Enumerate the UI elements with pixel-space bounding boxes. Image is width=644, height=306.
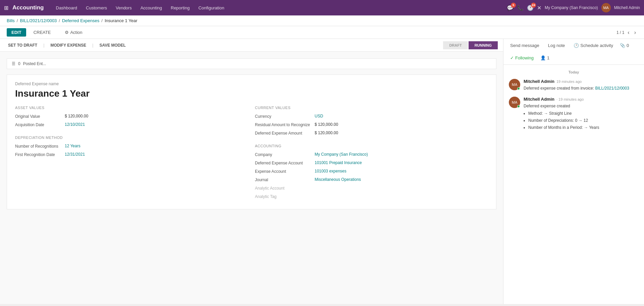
expense-account-value[interactable]: 101003 expenses xyxy=(315,169,346,173)
followers-count: 👤 1 xyxy=(540,55,549,60)
message-author-1: Mitchell Admin xyxy=(524,79,554,84)
list-item-months: Number of Months in a Period: → Years xyxy=(528,124,639,131)
analytic-tag-row: Analytic Tag xyxy=(255,194,488,199)
company-value[interactable]: My Company (San Francisco) xyxy=(315,152,368,157)
paperclip-icon: 📎 xyxy=(620,43,625,48)
breadcrumb-deferred-expenses[interactable]: Deferred Expenses xyxy=(62,18,99,23)
num-recognitions-value[interactable]: 12 Years xyxy=(65,144,80,148)
nav-configuration[interactable]: Configuration xyxy=(194,4,228,12)
online-indicator-2 xyxy=(517,105,520,108)
current-values-title: Current Values xyxy=(255,106,488,110)
avatar-1: MA xyxy=(509,79,520,90)
clock-badge: 24 xyxy=(531,3,536,8)
record-navigation: 1 / 1 ‹ › xyxy=(616,29,637,36)
nav-right: 💬 5 📞 🕐 24 ✕ My Company (San Francisco) … xyxy=(507,3,640,12)
nav-accounting[interactable]: Accounting xyxy=(137,4,166,12)
grid-icon[interactable]: ⊞ xyxy=(4,5,8,11)
main-area: SET TO DRAFT | MODIFY EXPENSE | SAVE MOD… xyxy=(0,39,644,304)
action-label: Action xyxy=(70,30,82,35)
create-button[interactable]: CREATE xyxy=(30,28,54,37)
left-panel: SET TO DRAFT | MODIFY EXPENSE | SAVE MOD… xyxy=(0,39,503,304)
online-indicator xyxy=(517,87,520,90)
schedule-activity-button[interactable]: 🕐 Schedule activity xyxy=(572,42,615,49)
stage-draft[interactable]: DRAFT xyxy=(443,41,468,49)
chatter-messages: Today MA Mitchell Admin 19 minutes ago D… xyxy=(503,65,644,304)
posted-entries-bar: ☰ 0 Posted Ent... xyxy=(7,58,496,69)
posted-count: 0 xyxy=(18,61,20,66)
message-item-2: MA Mitchell Admin · 19 minutes ago Defer… xyxy=(509,97,639,132)
avatar: MA xyxy=(601,3,611,12)
chat-badge: 5 xyxy=(511,3,516,8)
currency-value[interactable]: USD xyxy=(315,114,323,118)
stage-running[interactable]: RUNNING xyxy=(469,41,498,49)
residual-amount-row: Residual Amount to Recognize $ 120,000.0… xyxy=(255,122,488,127)
save-model-button[interactable]: SAVE MODEL xyxy=(97,42,128,49)
send-message-button[interactable]: Send message xyxy=(508,42,541,49)
date-divider: Today xyxy=(509,70,639,74)
message-time-1: 19 minutes ago xyxy=(556,80,582,84)
form-content: ☰ 0 Posted Ent... Deferred Expense name … xyxy=(0,52,503,216)
bill-link[interactable]: BILL/2021/12/0003 xyxy=(595,86,629,91)
deferred-expense-account-value[interactable]: 101001 Prepaid Insurance xyxy=(315,160,362,165)
attachments-count: 📎 0 xyxy=(620,43,629,48)
edit-button[interactable]: EDIT xyxy=(7,28,26,37)
form-two-col: Asset Values Original Value $ 120,000.00… xyxy=(15,106,488,202)
right-col: Current Values Currency USD Residual Amo… xyxy=(255,106,488,202)
company-name: My Company (San Francisco) xyxy=(545,5,598,10)
message-item: MA Mitchell Admin 19 minutes ago Deferre… xyxy=(509,79,639,91)
journal-label: Journal xyxy=(255,177,312,182)
prev-record-button[interactable]: ‹ xyxy=(626,29,631,36)
original-value-row: Original Value $ 120,000.00 xyxy=(15,114,248,119)
left-col: Asset Values Original Value $ 120,000.00… xyxy=(15,106,248,202)
breadcrumb-bill-number[interactable]: BILL/2021/12/0003 xyxy=(20,18,57,23)
num-recognitions-label: Number of Recognitions xyxy=(15,144,62,149)
chatter-panel: Send message Log note 🕐 Schedule activit… xyxy=(503,39,644,304)
next-record-button[interactable]: › xyxy=(633,29,637,36)
phone-icon-btn[interactable]: 📞 xyxy=(517,5,524,11)
first-recognition-date-row: First Recognition Date 12/31/2021 xyxy=(15,152,248,157)
message-text-2: Deferred expense created Method: → Strai… xyxy=(524,103,639,131)
clock-small-icon: 🕐 xyxy=(574,43,579,48)
accounting-title: Accounting xyxy=(255,144,488,148)
posted-label: Posted Ent... xyxy=(23,61,46,66)
breadcrumb-current: Insurance 1 Year xyxy=(105,18,138,23)
residual-amount-label: Residual Amount to Recognize xyxy=(255,122,312,127)
following-button[interactable]: ✓ Following xyxy=(508,54,536,62)
nav-customers[interactable]: Customers xyxy=(82,4,111,12)
list-icon: ☰ xyxy=(12,61,15,66)
acquisition-date-label: Acquisition Date xyxy=(15,122,62,127)
clock-icon-btn[interactable]: 🕐 24 xyxy=(527,5,534,11)
chat-icon-btn[interactable]: 💬 5 xyxy=(507,5,514,11)
nav-vendors[interactable]: Vendors xyxy=(112,4,136,12)
breadcrumb-bills[interactable]: Bills xyxy=(7,18,15,23)
modify-expense-button[interactable]: MODIFY EXPENSE xyxy=(48,42,89,49)
close-icon-btn[interactable]: ✕ xyxy=(537,5,541,11)
log-note-button[interactable]: Log note xyxy=(546,42,567,49)
nav-dashboard[interactable]: Dashboard xyxy=(52,4,82,12)
analytic-account-row: Analytic Account xyxy=(255,186,488,191)
company-row: Company My Company (San Francisco) xyxy=(255,152,488,157)
message-author-2: Mitchell Admin xyxy=(524,97,554,102)
action-dropdown[interactable]: ⚙ Action xyxy=(65,30,82,35)
message-body-1: Mitchell Admin 19 minutes ago Deferred e… xyxy=(524,79,639,91)
status-bar: SET TO DRAFT | MODIFY EXPENSE | SAVE MOD… xyxy=(0,39,503,52)
expense-name-label: Deferred Expense name xyxy=(15,82,488,86)
asset-values-title: Asset Values xyxy=(15,106,248,110)
user-name: Mitchell Admin xyxy=(614,5,640,10)
residual-amount-value: $ 120,000.00 xyxy=(315,122,338,127)
message-time-2: · 19 minutes ago xyxy=(556,97,584,101)
checkmark-icon: ✓ xyxy=(510,55,514,60)
journal-value[interactable]: Miscellaneous Operations xyxy=(315,177,361,182)
breadcrumb: Bills / BILL/2021/12/0003 / Deferred Exp… xyxy=(0,15,644,26)
acquisition-date[interactable]: 12/10/2021 xyxy=(65,122,85,127)
deferred-expense-amount-label: Deferred Expense Amount xyxy=(255,131,312,136)
status-stages: DRAFT RUNNING xyxy=(443,41,498,49)
set-to-draft-button[interactable]: SET TO DRAFT xyxy=(5,42,40,49)
analytic-account-label: Analytic Account xyxy=(255,186,312,191)
expense-account-label: Expense Account xyxy=(255,169,312,174)
list-item-method: Method: → Straight Line xyxy=(528,110,639,116)
journal-row: Journal Miscellaneous Operations xyxy=(255,177,488,182)
first-recognition-date[interactable]: 12/31/2021 xyxy=(65,152,85,157)
message-list: Method: → Straight Line Number of Deprec… xyxy=(524,110,639,131)
nav-reporting[interactable]: Reporting xyxy=(167,4,194,12)
